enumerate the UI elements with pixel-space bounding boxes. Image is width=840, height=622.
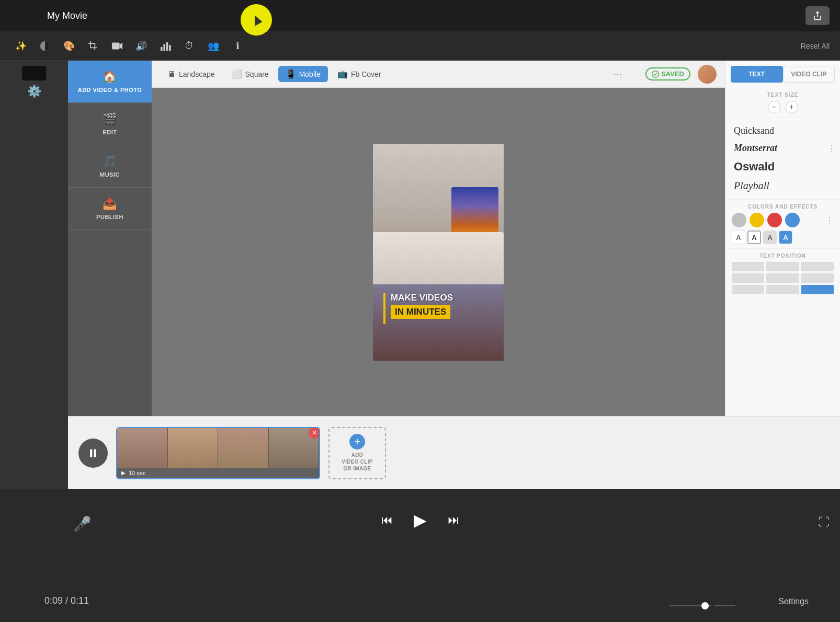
add-clip-label: ADDVIDEO CLIPOR IMAGE [342, 452, 373, 472]
rp-tab-text[interactable]: TEXT [731, 66, 783, 83]
music-icon: 🎵 [103, 155, 117, 168]
square-icon: ⬜ [232, 69, 242, 79]
nav-edit[interactable]: 🎬 EDIT [68, 103, 152, 145]
play-button[interactable]: ▶ [414, 510, 427, 530]
clip-info-bar: ▶ 10 sec [117, 468, 319, 478]
skip-forward-button[interactable]: ⏭ [448, 513, 459, 527]
nav-music[interactable]: 🎵 MUSIC [68, 145, 152, 188]
nav-add-video[interactable]: 🏠 ADD VIDEO & PHOTO [68, 61, 152, 103]
font-playball-label: Playball [734, 180, 769, 191]
svg-rect-5 [163, 44, 165, 51]
color-blue[interactable] [785, 213, 800, 227]
tab-landscape[interactable]: 🖥 Landscape [160, 66, 222, 82]
add-clip-plus-icon: + [349, 434, 365, 450]
filter-icon[interactable] [35, 36, 55, 56]
tab-square[interactable]: ⬜ Square [224, 66, 276, 82]
skip-back-button[interactable]: ⏮ [381, 513, 393, 527]
font-item-montserrat[interactable]: Montserrat ⋮ [725, 140, 840, 157]
fb-cover-icon: 📺 [337, 69, 348, 79]
font-item-playball[interactable]: Playball [725, 177, 840, 195]
color-yellow[interactable] [750, 213, 764, 227]
clip-filmstrip [117, 428, 319, 468]
pos-top-center[interactable] [766, 262, 799, 271]
tab-fb-cover[interactable]: 📺 Fb Cover [330, 66, 389, 82]
crop-icon[interactable] [83, 36, 104, 56]
pos-mid-center[interactable] [766, 273, 799, 283]
effect-plain[interactable]: A [732, 231, 745, 244]
add-clip-button[interactable]: + ADDVIDEO CLIPOR IMAGE [328, 427, 386, 479]
total-time: 0:11 [71, 595, 89, 606]
playback-slider-track[interactable] [669, 605, 711, 606]
video-canvas-area: MAKE VIDEOS IN MINUTES [152, 88, 725, 416]
expand-icon[interactable]: ⛶ [818, 515, 830, 529]
right-panel: TEXT VIDEO CLIP TEXT SIZE − + Quicksand … [725, 61, 840, 416]
font-quicksand-label: Quicksand [734, 125, 774, 136]
effect-shadow[interactable]: A [763, 231, 777, 244]
speed-icon[interactable]: ⏱ [179, 36, 200, 56]
pos-mid-right[interactable] [801, 273, 834, 283]
palette-icon[interactable]: 🎨 [59, 36, 80, 56]
font-item-quicksand[interactable]: Quicksand [725, 122, 840, 140]
top-bar: My Movie [0, 0, 840, 31]
playback-slider-right[interactable] [714, 605, 735, 606]
svg-rect-2 [112, 42, 120, 49]
main-layout: 🏠 ADD VIDEO & PHOTO 🎬 EDIT 🎵 MUSIC 📤 PUB… [68, 61, 840, 416]
color-gray[interactable] [732, 213, 746, 227]
text-size-decrease[interactable]: − [768, 101, 780, 113]
reset-all-button[interactable]: Reset All [801, 42, 830, 50]
pause-button[interactable] [78, 439, 108, 468]
tab-mobile[interactable]: 📱 Mobile [278, 66, 328, 82]
clip-play-icon: ▶ [121, 470, 126, 476]
clip-frame-3 [218, 428, 269, 468]
mobile-icon: 📱 [286, 69, 296, 79]
pos-top-left[interactable] [732, 262, 764, 271]
video-text-line2: IN MINUTES [395, 307, 446, 317]
pos-bot-center[interactable] [766, 285, 799, 294]
saved-badge: SAVED [645, 67, 690, 80]
pos-mid-left[interactable] [732, 273, 764, 283]
settings-gear-icon[interactable]: ⚙️ [27, 85, 41, 98]
cursor-arrow-icon [251, 14, 263, 26]
pos-top-right[interactable] [801, 262, 834, 271]
video-clip[interactable]: ✕ ▶ 10 sec [116, 427, 320, 479]
video-text-line2-bg: IN MINUTES [391, 305, 450, 319]
microphone-icon[interactable]: 🎤 [73, 515, 92, 533]
pos-bot-right[interactable] [801, 285, 834, 294]
svg-point-8 [652, 71, 659, 77]
rp-tab-video-clip[interactable]: VIDEO CLIP [783, 66, 835, 83]
info-icon[interactable]: ℹ [227, 36, 248, 56]
playback-slider-thumb[interactable] [701, 602, 709, 609]
toolbar: ✨ 🎨 🔊 ⏱ 👥 ℹ Reset All [0, 31, 840, 61]
settings-button[interactable]: Settings [778, 597, 809, 606]
effect-fill[interactable]: A [779, 231, 792, 244]
audio-icon[interactable]: 🔊 [131, 36, 152, 56]
yellow-accent-bar [383, 293, 385, 324]
share-button[interactable] [805, 6, 830, 25]
nav-publish[interactable]: 📤 PUBLISH [68, 188, 152, 230]
time-separator: / [65, 595, 71, 606]
timeline-slider-area [669, 605, 735, 606]
pos-bot-left[interactable] [732, 285, 764, 294]
svg-rect-4 [161, 47, 163, 50]
record-icon[interactable] [107, 36, 128, 56]
color-more-icon[interactable]: ⋮ [825, 215, 834, 225]
video-sunset-painting [451, 187, 498, 234]
color-red[interactable] [767, 213, 782, 227]
text-size-label: TEXT SIZE [732, 92, 834, 98]
video-preview: MAKE VIDEOS IN MINUTES [373, 144, 504, 361]
font-more-icon[interactable]: ⋮ [827, 143, 836, 153]
chart-icon[interactable] [155, 36, 176, 56]
left-thin-sidebar: ⚙️ [0, 61, 68, 489]
thumbnail-black-rect [22, 66, 46, 80]
user-avatar [698, 65, 717, 84]
font-item-oswald[interactable]: Oswald [725, 157, 840, 177]
text-size-increase[interactable]: + [786, 101, 798, 113]
effect-outline[interactable]: A [747, 231, 761, 244]
font-oswald-label: Oswald [734, 160, 775, 173]
close-clip-button[interactable]: ✕ [309, 427, 320, 439]
more-options-icon[interactable]: ⋯ [613, 68, 622, 80]
people-icon[interactable]: 👥 [203, 36, 224, 56]
colors-label: COLORS AND EFFECTS [732, 204, 834, 210]
magic-wand-icon[interactable]: ✨ [10, 36, 31, 56]
publish-icon: 📤 [103, 197, 117, 211]
